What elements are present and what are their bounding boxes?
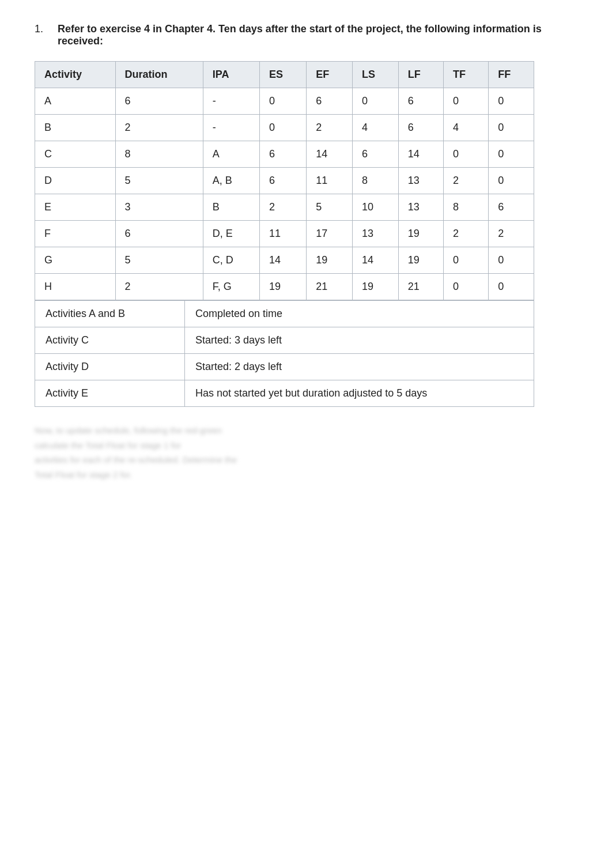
status-activity: Activity E bbox=[35, 380, 185, 407]
table-cell: 14 bbox=[260, 247, 307, 274]
table-cell: 0 bbox=[443, 247, 488, 274]
table-cell: 2 bbox=[115, 274, 203, 300]
col-header-duration: Duration bbox=[115, 62, 203, 88]
col-header-lf: LF bbox=[398, 62, 443, 88]
table-cell: 19 bbox=[398, 221, 443, 247]
table-cell: 0 bbox=[489, 168, 534, 194]
table-cell: 21 bbox=[398, 274, 443, 300]
table-cell: 2 bbox=[443, 221, 488, 247]
table-row: C8A61461400 bbox=[35, 141, 534, 168]
table-cell: 13 bbox=[398, 168, 443, 194]
table-cell: H bbox=[35, 274, 116, 300]
table-cell: 0 bbox=[443, 274, 488, 300]
table-cell: 14 bbox=[307, 141, 353, 168]
table-cell: 0 bbox=[352, 88, 398, 115]
table-row: A6-060600 bbox=[35, 88, 534, 115]
table-cell: 6 bbox=[352, 141, 398, 168]
table-cell: 6 bbox=[398, 115, 443, 141]
table-cell: 14 bbox=[398, 141, 443, 168]
status-description: Completed on time bbox=[185, 301, 534, 327]
table-cell: - bbox=[203, 88, 259, 115]
col-header-activity: Activity bbox=[35, 62, 116, 88]
table-cell: 2 bbox=[115, 115, 203, 141]
table-row: F6D, E1117131922 bbox=[35, 221, 534, 247]
table-cell: C bbox=[35, 141, 116, 168]
table-cell: 0 bbox=[489, 141, 534, 168]
table-row: D5A, B61181320 bbox=[35, 168, 534, 194]
table-cell: 6 bbox=[489, 194, 534, 221]
table-cell: 13 bbox=[398, 194, 443, 221]
table-row: B2-024640 bbox=[35, 115, 534, 141]
table-cell: E bbox=[35, 194, 116, 221]
status-row: Activities A and BCompleted on time bbox=[35, 301, 534, 327]
status-row: Activity EHas not started yet but durati… bbox=[35, 380, 534, 407]
table-cell: 2 bbox=[260, 194, 307, 221]
table-cell: 8 bbox=[443, 194, 488, 221]
status-description: Started: 2 days left bbox=[185, 354, 534, 380]
table-cell: 2 bbox=[489, 221, 534, 247]
table-cell: 5 bbox=[307, 194, 353, 221]
table-cell: 8 bbox=[115, 141, 203, 168]
col-header-es: ES bbox=[260, 62, 307, 88]
table-cell: A bbox=[35, 88, 116, 115]
status-table: Activities A and BCompleted on timeActiv… bbox=[35, 300, 534, 407]
table-cell: 17 bbox=[307, 221, 353, 247]
status-description: Started: 3 days left bbox=[185, 327, 534, 354]
table-row: G5C, D1419141900 bbox=[35, 247, 534, 274]
col-header-ff: FF bbox=[489, 62, 534, 88]
table-cell: 19 bbox=[307, 247, 353, 274]
table-cell: 8 bbox=[352, 168, 398, 194]
table-cell: 4 bbox=[352, 115, 398, 141]
table-cell: 0 bbox=[489, 115, 534, 141]
table-cell: - bbox=[203, 115, 259, 141]
table-cell: 13 bbox=[352, 221, 398, 247]
table-cell: 5 bbox=[115, 247, 203, 274]
table-cell: 4 bbox=[443, 115, 488, 141]
question-intro: 1. Refer to exercise 4 in Chapter 4. Ten… bbox=[35, 23, 577, 47]
table-cell: D, E bbox=[203, 221, 259, 247]
col-header-tf: TF bbox=[443, 62, 488, 88]
blurred-line: Now, to update schedule, following the r… bbox=[35, 423, 288, 438]
table-cell: 0 bbox=[489, 247, 534, 274]
table-row: H2F, G1921192100 bbox=[35, 274, 534, 300]
table-cell: 11 bbox=[260, 221, 307, 247]
col-header-ls: LS bbox=[352, 62, 398, 88]
table-cell: 0 bbox=[489, 274, 534, 300]
status-description: Has not started yet but duration adjuste… bbox=[185, 380, 534, 407]
col-header-ipa: IPA bbox=[203, 62, 259, 88]
status-activity: Activity C bbox=[35, 327, 185, 354]
table-cell: A, B bbox=[203, 168, 259, 194]
blurred-line: activities for each of the re-scheduled.… bbox=[35, 452, 288, 467]
table-cell: 6 bbox=[115, 221, 203, 247]
status-activity: Activities A and B bbox=[35, 301, 185, 327]
table-cell: F, G bbox=[203, 274, 259, 300]
table-cell: B bbox=[35, 115, 116, 141]
table-cell: 6 bbox=[307, 88, 353, 115]
table-cell: 19 bbox=[398, 247, 443, 274]
status-row: Activity CStarted: 3 days left bbox=[35, 327, 534, 354]
table-cell: 6 bbox=[115, 88, 203, 115]
table-cell: 0 bbox=[443, 88, 488, 115]
table-cell: A bbox=[203, 141, 259, 168]
table-cell: G bbox=[35, 247, 116, 274]
question-text: Refer to exercise 4 in Chapter 4. Ten da… bbox=[58, 23, 577, 47]
status-row: Activity DStarted: 2 days left bbox=[35, 354, 534, 380]
table-header-row: Activity Duration IPA ES EF LS LF TF FF bbox=[35, 62, 534, 88]
table-cell: 0 bbox=[443, 141, 488, 168]
table-row: E3B25101386 bbox=[35, 194, 534, 221]
table-cell: 19 bbox=[260, 274, 307, 300]
blurred-line: Total Float for stage 2 for. bbox=[35, 467, 288, 482]
project-table: Activity Duration IPA ES EF LS LF TF FF … bbox=[35, 61, 534, 300]
table-cell: 2 bbox=[307, 115, 353, 141]
table-cell: 10 bbox=[352, 194, 398, 221]
table-cell: D bbox=[35, 168, 116, 194]
col-header-ef: EF bbox=[307, 62, 353, 88]
table-cell: 11 bbox=[307, 168, 353, 194]
table-cell: 0 bbox=[489, 88, 534, 115]
table-cell: 14 bbox=[352, 247, 398, 274]
table-cell: C, D bbox=[203, 247, 259, 274]
blurred-section: Now, to update schedule, following the r… bbox=[35, 423, 288, 482]
table-cell: 6 bbox=[260, 141, 307, 168]
table-cell: B bbox=[203, 194, 259, 221]
table-cell: 0 bbox=[260, 88, 307, 115]
